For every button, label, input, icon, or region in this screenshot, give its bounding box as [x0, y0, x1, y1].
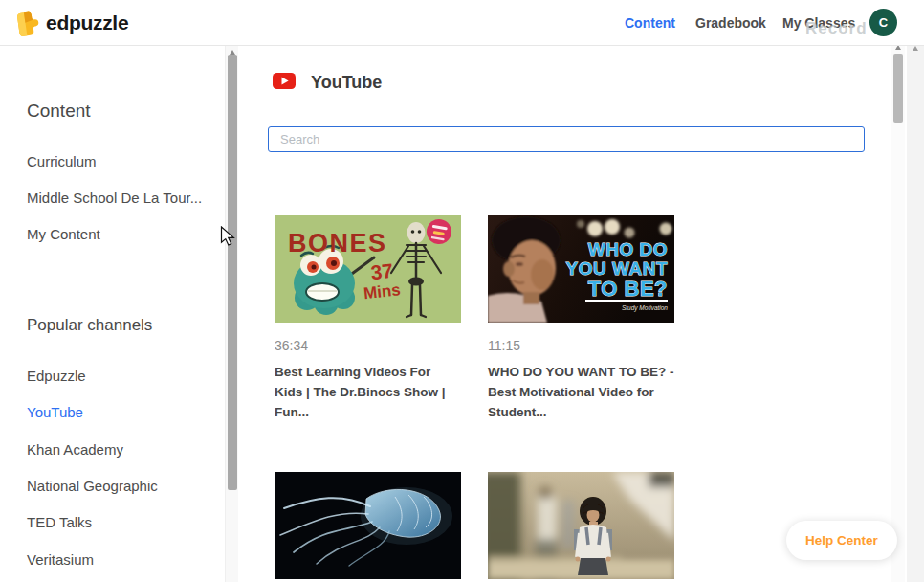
search-input[interactable] — [268, 126, 865, 152]
sidebar-item-national-geographic[interactable]: National Geographic — [27, 476, 158, 496]
window-scrollbar — [907, 40, 924, 582]
sidebar-header-popular-channels: Popular channels — [27, 316, 152, 335]
whodo-text-line3: TO BE? — [588, 277, 668, 301]
user-avatar[interactable]: C — [869, 9, 897, 36]
sidebar-scrollbar-thumb[interactable] — [228, 55, 237, 490]
bones-title-text: BONES — [288, 229, 387, 257]
video-thumbnail-bones-cartoon: BONES 37 Mins — [275, 215, 461, 323]
whodo-text-line1: WHO DO — [588, 239, 668, 259]
sidebar-item-my-content[interactable]: My Content — [27, 224, 100, 244]
main-scrollbar — [891, 40, 905, 582]
video-thumbnail-jellyfish — [275, 472, 461, 579]
video-card-jellyfish[interactable] — [275, 472, 461, 579]
bones-duration-overlay-1: 37 — [369, 259, 394, 283]
video-thumbnail-schoolgirl — [488, 472, 674, 579]
video-card-schoolgirl-street[interactable] — [488, 472, 674, 579]
video-card-bones[interactable]: BONES 37 Mins 36:34 Best Learning Videos… — [275, 215, 461, 422]
up-arrow-icon — [913, 46, 918, 51]
main-scrollbar-thumb[interactable] — [893, 54, 903, 123]
video-duration: 36:34 — [275, 338, 461, 353]
sidebar-item-curriculum[interactable]: Curriculum — [27, 151, 97, 171]
bones-duration-overlay-2: Mins — [363, 280, 402, 302]
brand-wordmark: edpuzzle — [46, 11, 128, 34]
video-title: WHO DO YOU WANT TO BE? - Best Motivation… — [488, 362, 674, 422]
main-content: YouTube — [238, 46, 892, 582]
video-thumbnail-motivational: WHO DO YOU WANT TO BE? Study Motivation — [488, 215, 674, 323]
nav-tab-content[interactable]: Content — [625, 15, 675, 31]
sidebar-item-veritasium[interactable]: Veritasium — [27, 549, 94, 570]
sidebar-scrollbar — [225, 46, 238, 582]
sidebar-item-ted-talks[interactable]: TED Talks — [27, 512, 92, 532]
video-card-who-do-you-want-to-be[interactable]: WHO DO YOU WANT TO BE? Study Motivation … — [488, 215, 674, 422]
sidebar-item-school[interactable]: Middle School De La Tour... — [27, 188, 202, 208]
youtube-icon — [273, 73, 296, 93]
edpuzzle-app: edpuzzle Content Gradebook My Classes C … — [0, 0, 924, 582]
sidebar-item-khan-academy[interactable]: Khan Academy — [27, 439, 123, 459]
puzzle-piece-icon — [13, 9, 39, 37]
nav-tab-gradebook[interactable]: Gradebook — [695, 15, 766, 31]
video-title: Best Learning Videos For Kids | The Dr.B… — [275, 362, 461, 422]
video-duration: 11:15 — [488, 338, 674, 353]
edpuzzle-logo[interactable]: edpuzzle — [13, 9, 128, 37]
top-navbar: edpuzzle Content Gradebook My Classes C … — [0, 0, 924, 46]
help-center-button[interactable]: Help Center — [786, 521, 897, 560]
channel-title: YouTube — [311, 73, 382, 93]
sidebar: Content Curriculum Middle School De La T… — [0, 46, 226, 582]
nav-tab-my-classes[interactable]: My Classes — [782, 15, 855, 31]
whodo-text-line2: YOU WANT — [566, 258, 668, 279]
up-arrow-icon — [230, 50, 235, 55]
sidebar-header-content: Content — [27, 101, 91, 122]
channel-header: YouTube — [273, 73, 382, 93]
whodo-caption-text: Study Motivation — [622, 304, 668, 312]
sidebar-item-youtube[interactable]: YouTube — [27, 402, 83, 422]
sidebar-item-edpuzzle[interactable]: Edpuzzle — [27, 366, 86, 386]
